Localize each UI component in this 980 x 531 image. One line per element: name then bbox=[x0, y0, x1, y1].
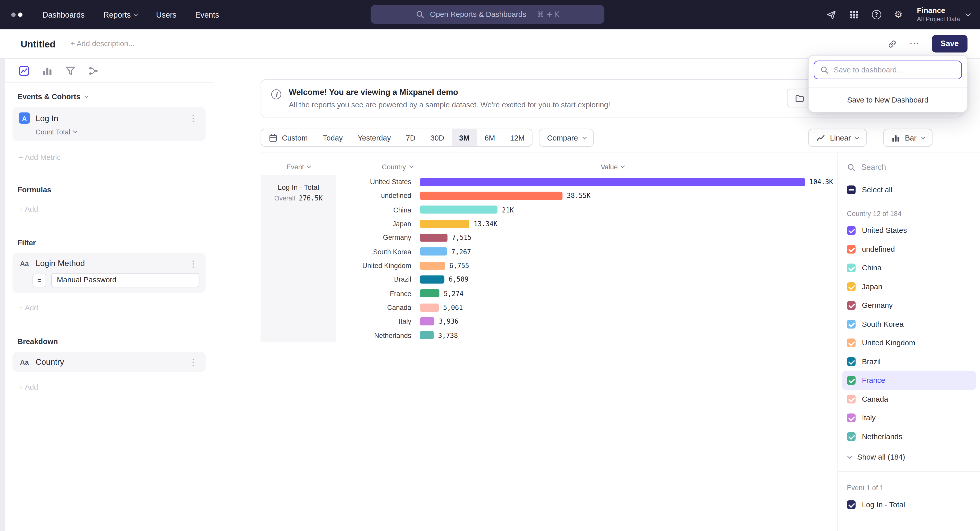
mixpanel-logo[interactable] bbox=[11, 13, 22, 17]
send-icon[interactable] bbox=[826, 10, 836, 20]
legend-item-japan[interactable]: Japan bbox=[842, 277, 977, 296]
bar-germany[interactable] bbox=[420, 234, 448, 242]
date-range-custom[interactable]: Custom bbox=[261, 129, 315, 146]
legend-item-united-kingdom[interactable]: United Kingdom bbox=[842, 334, 977, 352]
checkbox-france[interactable] bbox=[847, 376, 856, 385]
checkbox-brazil[interactable] bbox=[847, 357, 856, 366]
primary-nav: DashboardsReportsUsersEvents bbox=[43, 10, 219, 19]
legend-search[interactable] bbox=[842, 160, 977, 175]
nav-item-users[interactable]: Users bbox=[156, 10, 177, 19]
legend-event-item[interactable]: Log In - Total bbox=[842, 495, 977, 514]
dashboard-search-input[interactable] bbox=[834, 65, 956, 74]
bar-italy[interactable] bbox=[420, 317, 434, 325]
flows-tab-icon[interactable] bbox=[88, 65, 99, 76]
select-all-checkbox[interactable] bbox=[847, 185, 856, 194]
date-range-6m[interactable]: 6M bbox=[477, 129, 503, 146]
nav-item-dashboards[interactable]: Dashboards bbox=[43, 10, 85, 19]
legend-search-input[interactable] bbox=[861, 163, 971, 172]
more-vertical-icon[interactable]: ⋮ bbox=[187, 259, 199, 268]
event-checkbox[interactable] bbox=[847, 500, 856, 509]
report-title[interactable]: Untitled bbox=[21, 38, 56, 49]
add-formula-button[interactable]: + Add bbox=[19, 205, 201, 214]
select-all-row[interactable]: Select all bbox=[842, 182, 977, 197]
date-range-today[interactable]: Today bbox=[315, 129, 350, 146]
global-search[interactable]: Open Reports & Dashboards ⌘ + K bbox=[371, 5, 605, 24]
breakdown-card[interactable]: Aa Country ⋮ bbox=[13, 352, 206, 372]
more-vertical-icon[interactable]: ⋮ bbox=[187, 114, 199, 122]
bar-brazil[interactable] bbox=[420, 276, 445, 284]
bar-report-tab-icon[interactable] bbox=[42, 65, 52, 76]
column-header-country[interactable]: Country bbox=[336, 163, 420, 170]
checkbox-germany[interactable] bbox=[847, 301, 856, 310]
event-card[interactable]: A Log In ⋮ Count Total bbox=[13, 107, 206, 141]
legend-item-south-korea[interactable]: South Korea bbox=[842, 315, 977, 333]
checkbox-netherlands[interactable] bbox=[847, 432, 856, 441]
date-range-12m[interactable]: 12M bbox=[503, 129, 532, 146]
date-range-7d[interactable]: 7D bbox=[398, 129, 423, 146]
column-header-event[interactable]: Event bbox=[261, 163, 336, 170]
show-all-button[interactable]: Show all (184) bbox=[842, 446, 977, 469]
line-chart-icon bbox=[816, 133, 825, 142]
chart-type-selector[interactable]: Bar bbox=[883, 128, 932, 147]
add-description[interactable]: + Add description... bbox=[70, 39, 135, 48]
add-metric-button[interactable]: + Add Metric bbox=[19, 153, 201, 162]
bar-united-kingdom[interactable] bbox=[420, 262, 445, 269]
checkbox-china[interactable] bbox=[847, 263, 856, 272]
more-options-icon[interactable]: ⋯ bbox=[909, 39, 919, 49]
event-summary-panel[interactable]: Log In - Total Overall 276.5K bbox=[261, 175, 336, 342]
add-breakdown-button[interactable]: + Add bbox=[19, 383, 201, 392]
link-icon[interactable] bbox=[887, 39, 897, 48]
compare-button[interactable]: Compare bbox=[539, 128, 594, 147]
nav-item-reports[interactable]: Reports bbox=[103, 10, 137, 19]
bar-france[interactable] bbox=[420, 290, 439, 298]
nav-item-events[interactable]: Events bbox=[195, 10, 219, 19]
filter-operator[interactable]: = bbox=[32, 273, 46, 287]
checkbox-undefined[interactable] bbox=[847, 245, 856, 254]
help-icon[interactable]: ? bbox=[872, 10, 881, 19]
legend-item-netherlands[interactable]: Netherlands bbox=[842, 427, 977, 446]
more-vertical-icon[interactable]: ⋮ bbox=[187, 358, 199, 366]
legend-item-brazil[interactable]: Brazil bbox=[842, 352, 977, 371]
bar-china[interactable] bbox=[420, 206, 498, 214]
funnel-tab-icon[interactable] bbox=[65, 65, 76, 76]
add-filter-button[interactable]: + Add bbox=[19, 303, 201, 312]
insights-tab-icon[interactable] bbox=[19, 65, 29, 76]
line-type-selector[interactable]: Linear bbox=[808, 128, 867, 147]
events-cohorts-heading[interactable]: Events & Cohorts bbox=[18, 92, 201, 101]
checkbox-south-korea[interactable] bbox=[847, 320, 856, 328]
filter-value[interactable]: Manual Password bbox=[51, 273, 199, 287]
legend-item-italy[interactable]: Italy bbox=[842, 409, 977, 427]
bar-japan[interactable] bbox=[420, 220, 469, 228]
legend-item-undefined[interactable]: undefined bbox=[842, 240, 977, 258]
bar-canada[interactable] bbox=[420, 303, 439, 311]
legend-item-germany[interactable]: Germany bbox=[842, 296, 977, 315]
checkbox-united-kingdom[interactable] bbox=[847, 338, 856, 347]
date-range-30d[interactable]: 30D bbox=[423, 129, 452, 146]
aggregation-selector[interactable]: Count Total bbox=[36, 128, 200, 135]
nav-utilities: ? ⚙ Finance All Project Data bbox=[826, 6, 970, 23]
legend-item-united-states[interactable]: United States bbox=[842, 221, 977, 240]
column-header-value[interactable]: Value bbox=[420, 163, 805, 170]
date-range-3m[interactable]: 3M bbox=[452, 129, 477, 146]
filter-card[interactable]: Aa Login Method ⋮ = Manual Password bbox=[13, 253, 206, 293]
bar-south-korea[interactable] bbox=[420, 248, 447, 256]
legend-item-france[interactable]: France bbox=[842, 371, 977, 390]
bar-united-states[interactable] bbox=[420, 178, 805, 186]
bar-undefined[interactable] bbox=[420, 192, 563, 200]
search-shortcut: ⌘ + K bbox=[537, 10, 559, 19]
apps-grid-icon[interactable] bbox=[849, 10, 859, 19]
checkbox-canada[interactable] bbox=[847, 395, 856, 404]
checkbox-united-states[interactable] bbox=[847, 226, 856, 235]
legend-item-canada[interactable]: Canada bbox=[842, 390, 977, 408]
dashboard-search-field[interactable] bbox=[814, 61, 962, 79]
chart-container: Event Country Value Log In - Total bbox=[261, 152, 980, 531]
project-switcher[interactable]: Finance All Project Data bbox=[917, 6, 970, 23]
checkbox-italy[interactable] bbox=[847, 414, 856, 422]
gear-icon[interactable]: ⚙ bbox=[894, 10, 903, 19]
date-range-yesterday[interactable]: Yesterday bbox=[350, 129, 398, 146]
checkbox-japan[interactable] bbox=[847, 282, 856, 291]
bar-netherlands[interactable] bbox=[420, 331, 434, 339]
save-to-new-dashboard-option[interactable]: Save to New Dashboard bbox=[809, 88, 967, 112]
legend-item-china[interactable]: China bbox=[842, 258, 977, 277]
save-button[interactable]: Save bbox=[932, 35, 967, 52]
